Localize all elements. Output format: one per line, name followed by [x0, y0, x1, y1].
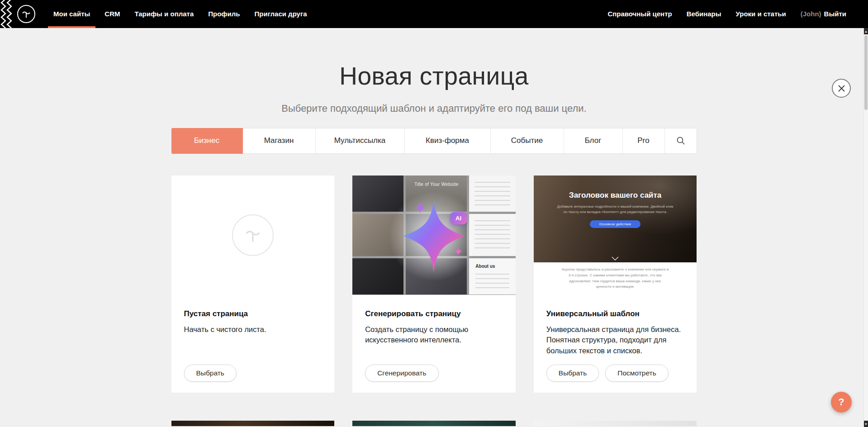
tab-shop[interactable]: Магазин [243, 128, 316, 153]
search-icon [676, 136, 685, 145]
tab-event[interactable]: Событие [491, 128, 564, 153]
card-buttons: Выбрать [184, 365, 322, 382]
tilda-mark-icon [21, 9, 32, 19]
template-card-partial [352, 421, 516, 426]
card-buttons: Выбрать Посмотреть [546, 365, 684, 382]
tab-multilink[interactable]: Мультиссылка [316, 128, 405, 153]
tab-label: Бизнес [194, 136, 219, 145]
universal-template-preview: Заголовок вашего сайта Добавьте интересн… [534, 176, 697, 295]
card-description: Универсальная страница для бизнеса. Поня… [546, 324, 684, 357]
help-button[interactable]: ? [831, 392, 852, 413]
card-description: Создать страницу с помощью искусственног… [365, 324, 503, 346]
page-title: Новая страница [0, 62, 868, 90]
nav-item-webinars[interactable]: Вебинары [679, 0, 729, 28]
template-card-partial [171, 421, 335, 426]
template-hero-title: Заголовок вашего сайта [569, 191, 661, 200]
card-ai-generate: Title of Your Website About us [352, 176, 516, 393]
template-hero-section: Заголовок вашего сайта Добавьте интересн… [534, 176, 697, 262]
choose-button[interactable]: Выбрать [546, 365, 599, 382]
close-button[interactable] [832, 79, 851, 98]
template-card-partial [534, 421, 697, 426]
template-card-grid: Пустая страница Начать с чистого листа. … [171, 176, 697, 393]
search-tab[interactable] [665, 128, 697, 153]
nav-item-crm[interactable]: CRM [97, 0, 127, 28]
zigzag-pattern-icon [0, 0, 13, 28]
nav-item-label: Тарифы и оплата [134, 10, 194, 18]
tab-label: Квиз-форма [426, 136, 469, 145]
card-title: Универсальный шаблон [546, 309, 684, 318]
nav-item-label: Профиль [208, 10, 240, 18]
nav-item-invite-friend[interactable]: Пригласи друга [247, 0, 314, 28]
active-nav-underline [48, 26, 95, 28]
card-universal-template: Заголовок вашего сайта Добавьте интересн… [534, 176, 697, 393]
template-body-text: Коротко представьтесь и расскажите о ком… [561, 267, 669, 290]
card-blank-page: Пустая страница Начать с чистого листа. … [171, 176, 335, 393]
tab-label: Pro [637, 136, 649, 145]
template-category-tabs: Бизнес Магазин Мультиссылка Квиз-форма С… [171, 128, 697, 154]
blank-page-preview [171, 176, 335, 295]
nav-item-help-center[interactable]: Справочный центр [600, 0, 679, 28]
ai-preview-collage: Title of Your Website About us [352, 176, 516, 295]
card-content: Пустая страница Начать с чистого листа. … [171, 295, 335, 393]
nav-item-label: Уроки и статьи [736, 10, 786, 18]
chevron-down-icon [612, 256, 619, 261]
tab-label: Блог [585, 136, 602, 145]
nav-item-label: CRM [104, 10, 120, 18]
nav-item-profile[interactable]: Профиль [201, 0, 247, 28]
card-title: Сгенерировать страницу [365, 309, 503, 318]
user-name: (John) [801, 0, 821, 28]
card-description: Начать с чистого листа. [184, 324, 322, 335]
main-nav: Мои сайты CRM Тарифы и оплата Профиль Пр… [46, 0, 314, 28]
tab-label: Магазин [264, 136, 294, 145]
scroll-down-arrow[interactable]: ▼ [864, 421, 868, 427]
scroll-up-arrow[interactable]: ▲ [864, 28, 868, 34]
ai-badge: AI [451, 212, 467, 224]
user-area: (John) Выйти [793, 0, 847, 28]
vertical-scrollbar[interactable]: ▲ ▼ [863, 28, 868, 427]
card-buttons: Сгенерировать [365, 365, 503, 382]
ai-sparkle-icon [398, 200, 470, 272]
next-row-partial [171, 421, 697, 426]
close-icon [838, 85, 845, 92]
template-hero-button: Основное действие [590, 220, 640, 228]
tab-business[interactable]: Бизнес [171, 128, 243, 154]
nav-item-label: Вебинары [687, 10, 721, 18]
top-navbar: Мои сайты CRM Тарифы и оплата Профиль Пр… [0, 0, 868, 28]
new-page-dialog: Новая страница Выберите подходящий шабло… [0, 62, 868, 426]
tab-blog[interactable]: Блог [564, 128, 623, 153]
small-sparkle-icon [414, 202, 426, 214]
nav-item-label: Мои сайты [53, 10, 90, 18]
nav-item-lessons[interactable]: Уроки и статьи [729, 0, 793, 28]
view-button[interactable]: Посмотреть [605, 365, 668, 382]
template-hero-caption: Добавьте интересные подробности о вашей … [555, 204, 676, 215]
nav-item-tariffs[interactable]: Тарифы и оплата [127, 0, 201, 28]
tilda-watermark-icon [232, 214, 274, 256]
card-content: Сгенерировать страницу Создать страницу … [352, 295, 516, 393]
tab-label: Мультиссылка [334, 136, 386, 145]
tab-quiz-form[interactable]: Квиз-форма [405, 128, 491, 153]
generate-button[interactable]: Сгенерировать [365, 365, 438, 382]
template-body-section: Коротко представьтесь и расскажите о ком… [534, 262, 697, 295]
tab-label: Событие [511, 136, 543, 145]
card-title: Пустая страница [184, 309, 322, 318]
secondary-nav: Справочный центр Вебинары Уроки и статьи… [600, 0, 847, 28]
nav-item-my-sites[interactable]: Мои сайты [46, 0, 97, 28]
logout-link[interactable]: Выйти [824, 0, 846, 28]
nav-item-label: Справочный центр [607, 10, 672, 18]
choose-button[interactable]: Выбрать [184, 365, 237, 382]
tilda-logo[interactable] [17, 5, 35, 23]
nav-item-label: Пригласи друга [254, 10, 307, 18]
page-subtitle: Выберите подходящий шаблон и адаптируйте… [0, 103, 868, 114]
tab-pro[interactable]: Pro [623, 128, 665, 153]
card-content: Универсальный шаблон Универсальная стран… [534, 295, 697, 393]
small-sparkle-icon [454, 247, 463, 256]
scrollbar-thumb[interactable] [864, 35, 868, 110]
